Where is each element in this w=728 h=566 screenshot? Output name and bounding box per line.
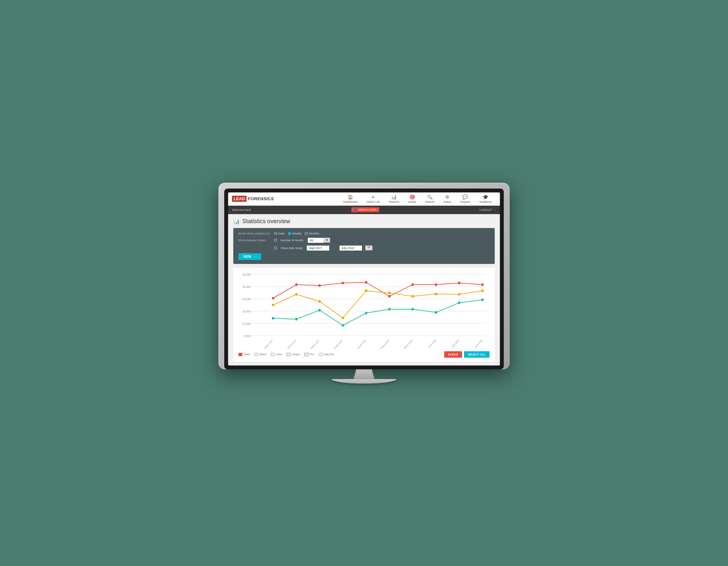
logout-label: LOGOUT xyxy=(480,208,492,212)
nav-label-dashboard: Dashboard xyxy=(343,200,357,204)
num-results-label: Number of results: xyxy=(281,239,304,242)
radio-dot-weekly xyxy=(288,232,291,235)
radio-dot-daily xyxy=(274,232,277,235)
breakdown-radio-group: Daily Weekly Monthly xyxy=(274,232,319,235)
switch-user-button[interactable]: 👤 SWITCH USER xyxy=(351,207,379,212)
nav-item-dashboard[interactable]: 🏠 Dashboard xyxy=(338,193,362,205)
clear-button[interactable]: CLEAR xyxy=(444,351,462,358)
legend-avg-pvs-box xyxy=(319,353,323,356)
academy-icon: 🎓 xyxy=(483,194,488,200)
links-line xyxy=(273,300,482,325)
date-from-input[interactable] xyxy=(307,246,329,251)
direct-point xyxy=(272,304,274,306)
links-point xyxy=(481,298,484,301)
date-to-input[interactable] xyxy=(339,246,362,251)
visits-point xyxy=(272,297,274,299)
visits-point xyxy=(318,284,321,287)
show-between-label: Show between dates: xyxy=(238,239,271,242)
legend-visits-label: Visits xyxy=(244,353,250,356)
legend-pvs-box xyxy=(304,353,308,356)
legend-pvs[interactable]: PVs xyxy=(304,353,314,356)
svg-text:25,000: 25,000 xyxy=(242,285,251,288)
nav-item-academy[interactable]: 🎓 Academy xyxy=(475,193,496,205)
view-button[interactable]: VIEW → xyxy=(238,253,261,260)
nav-label-visitor-list: Visitor List xyxy=(366,200,380,204)
links-point xyxy=(458,301,461,304)
dropdown-arrow-button[interactable]: ▼ xyxy=(324,238,330,243)
legend-pvs-label: PVs xyxy=(310,353,314,356)
main-content: 📊 Statistics overview Break down statist… xyxy=(228,214,500,365)
direct-point xyxy=(295,293,298,295)
nav-items: 🏠 Dashboard ≡ Visitor List 📊 Reports xyxy=(338,193,496,205)
svg-text:5,000: 5,000 xyxy=(244,334,251,337)
screen: LEAD FORENSICS 🏠 Dashboard ≡ Visitor Lis… xyxy=(228,193,500,365)
legend-links-box xyxy=(271,353,275,356)
visits-line xyxy=(273,283,482,298)
nav-item-support[interactable]: 💬 Support xyxy=(456,193,475,205)
svg-text:20,000: 20,000 xyxy=(242,297,251,300)
reports-icon: 📊 xyxy=(391,194,397,200)
legend-direct-label: Direct xyxy=(259,353,266,356)
legend-visits-box xyxy=(238,353,242,356)
radio-daily[interactable]: Daily xyxy=(274,232,285,235)
visits-point xyxy=(342,282,344,284)
radio-num-results[interactable] xyxy=(274,239,277,242)
legend-avg-pvs[interactable]: Avg PVs xyxy=(319,353,334,356)
direct-point xyxy=(458,293,461,295)
gear-icon: ⚙ xyxy=(445,194,449,200)
direct-point xyxy=(435,293,437,295)
legend-direct[interactable]: Direct xyxy=(254,353,266,356)
number-results-input[interactable] xyxy=(308,238,324,243)
radio-monthly[interactable]: Monthly xyxy=(305,232,319,235)
nav-item-reports[interactable]: 📊 Reports xyxy=(384,193,404,205)
support-icon: 💬 xyxy=(462,194,468,200)
legend-actions: CLEAR SELECT ALL xyxy=(444,351,490,358)
direct-point xyxy=(412,295,414,297)
legend-links[interactable]: Links xyxy=(271,353,282,356)
nav-item-search[interactable]: 🔍 Search xyxy=(421,193,439,205)
radio-date-range[interactable] xyxy=(274,247,277,250)
date-separator: - xyxy=(334,247,335,250)
page-title: Statistics overview xyxy=(242,218,290,225)
direct-point xyxy=(318,300,321,303)
svg-text:February 2018: February 2018 xyxy=(378,339,390,349)
logout-arrow-icon: → xyxy=(493,208,496,212)
links-point xyxy=(342,324,344,327)
legend-unique[interactable]: Unique xyxy=(287,353,300,356)
legend-visits[interactable]: Visits xyxy=(238,353,250,356)
direct-point xyxy=(342,316,344,319)
nav-label-reports: Reports xyxy=(389,200,399,204)
links-point xyxy=(365,312,368,314)
svg-text:November 2017: November 2017 xyxy=(307,339,320,349)
switch-user-icon: 👤 xyxy=(354,208,357,211)
svg-text:June 2018: June 2018 xyxy=(474,339,483,348)
direct-point xyxy=(481,289,484,292)
date-range-inputs-row: Show date range: - 📅 xyxy=(238,246,490,251)
nav-item-visitor-list[interactable]: ≡ Visitor List xyxy=(362,193,384,205)
nav-item-setup[interactable]: ⚙ Setup xyxy=(439,193,456,205)
visits-point xyxy=(295,283,298,286)
view-arrow-icon: → xyxy=(253,255,257,259)
radio-weekly[interactable]: Weekly xyxy=(288,232,302,235)
svg-text:May 2018: May 2018 xyxy=(451,339,460,348)
select-all-button[interactable]: SELECT ALL xyxy=(464,351,490,358)
logo-forensics: FORENSICS xyxy=(248,196,274,201)
legend-direct-box xyxy=(254,353,258,356)
home-icon: 🏠 xyxy=(347,194,353,200)
visits-point xyxy=(458,282,461,284)
nav-label-academy: Academy xyxy=(479,200,491,204)
chart-legend: Visits Direct Links xyxy=(238,349,490,359)
chart-container: 30,000 25,000 20,000 15,000 10,000 5,000… xyxy=(233,268,495,361)
direct-line xyxy=(273,291,482,318)
logout-button[interactable]: LOGOUT → xyxy=(480,208,496,212)
visits-point xyxy=(388,295,391,297)
nav-item-leads[interactable]: 🎯 Leads xyxy=(403,193,421,205)
nav-label-leads: Leads xyxy=(408,200,416,204)
calendar-button[interactable]: 📅 xyxy=(365,246,372,250)
radio-label-monthly: Monthly xyxy=(309,232,319,235)
switch-user-label: SWITCH USER xyxy=(358,208,377,211)
links-point xyxy=(272,317,274,319)
legend-unique-box xyxy=(287,353,291,356)
show-date-range-label: Show date range: xyxy=(281,247,303,250)
links-point xyxy=(318,309,321,311)
